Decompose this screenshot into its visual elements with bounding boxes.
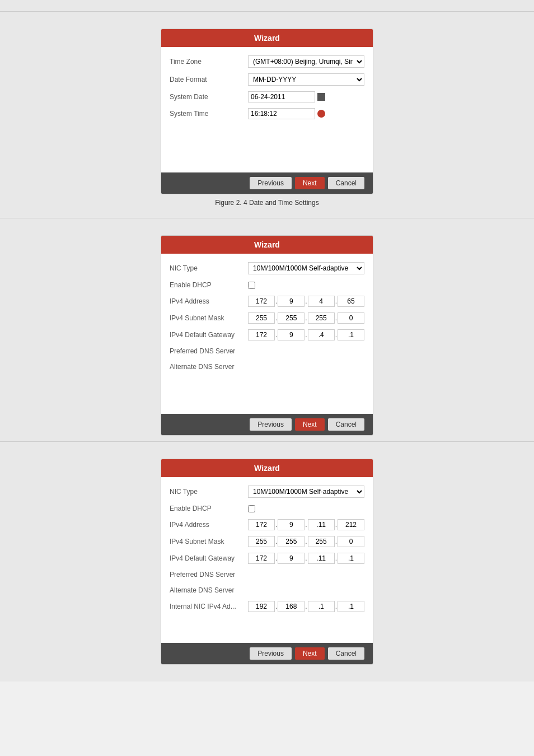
- nic-type-select-2[interactable]: 10M/100M/1000M Self-adaptive: [248, 486, 364, 498]
- calendar-icon[interactable]: [317, 93, 325, 101]
- previous-button-2[interactable]: Previous: [250, 418, 292, 431]
- dhcp-checkbox-1[interactable]: [248, 282, 255, 289]
- subnet2-seg-4[interactable]: [338, 536, 364, 547]
- dhcp-checkbox-2[interactable]: [248, 505, 255, 512]
- subnet-seg-1-1[interactable]: [248, 312, 275, 324]
- nic-type-label-1: NIC Type: [170, 264, 248, 272]
- figure1-caption: Figure 2. 4 Date and Time Settings: [0, 199, 534, 212]
- ipv4-address-row-1: IPv4 Address . . .: [161, 293, 373, 310]
- date-format-label: Date Format: [170, 76, 248, 83]
- subnet2-seg-1[interactable]: [248, 536, 275, 547]
- internal-nic-value: . . .: [248, 601, 364, 612]
- system-time-value: [248, 108, 364, 119]
- cancel-button-2[interactable]: Cancel: [328, 418, 364, 431]
- gateway-label-2: IPv4 Default Gateway: [170, 554, 248, 562]
- date-format-value: MM-DD-YYYY: [248, 73, 364, 86]
- clock-icon[interactable]: [317, 110, 325, 118]
- top-separator: [0, 11, 534, 12]
- cancel-button-3[interactable]: Cancel: [328, 647, 364, 660]
- wizard-network-2-footer: Previous Next Cancel: [161, 643, 373, 664]
- subnet-seg-1-3[interactable]: [308, 312, 335, 324]
- gw2-seg-2[interactable]: [278, 553, 305, 564]
- time-zone-label: Time Zone: [170, 58, 248, 66]
- gw2-seg-3[interactable]: [308, 553, 335, 564]
- internal-seg-3[interactable]: [308, 601, 335, 612]
- previous-button-3[interactable]: Previous: [250, 647, 292, 660]
- next-button-1[interactable]: Next: [295, 177, 325, 189]
- wizard-date-time-header: Wizard: [161, 29, 373, 47]
- preferred-dns-row-2: Preferred DNS Server: [161, 567, 373, 582]
- nic-type-select-1[interactable]: 10M/100M/1000M Self-adaptive: [248, 262, 364, 274]
- ipv4-address-label-1: IPv4 Address: [170, 297, 248, 305]
- date-format-row: Date Format MM-DD-YYYY: [161, 71, 373, 88]
- nic-type-label-2: NIC Type: [170, 488, 248, 496]
- internal-seg-4[interactable]: [338, 601, 364, 612]
- wizard-network-2-body: NIC Type 10M/100M/1000M Self-adaptive En…: [161, 477, 373, 643]
- section-network-2: Wizard NIC Type 10M/100M/1000M Self-adap…: [0, 447, 534, 670]
- internal-seg-2[interactable]: [278, 601, 305, 612]
- next-button-3[interactable]: Next: [295, 647, 325, 660]
- subnet-mask-row-2: IPv4 Subnet Mask . . .: [161, 533, 373, 550]
- ip2-seg-1[interactable]: [248, 519, 275, 530]
- alternate-dns-label-1: Alternate DNS Server: [170, 363, 248, 371]
- system-time-input[interactable]: [248, 108, 315, 119]
- dhcp-row-2: Enable DHCP: [161, 501, 373, 516]
- ip2-seg-4[interactable]: [338, 519, 364, 530]
- wizard-network-1: Wizard NIC Type 10M/100M/1000M Self-adap…: [161, 235, 373, 436]
- subnet-mask-label-2: IPv4 Subnet Mask: [170, 538, 248, 545]
- wizard-network-2-title: Wizard: [254, 464, 280, 473]
- gw-seg-1-1[interactable]: [248, 329, 275, 340]
- nic-type-value-1: 10M/100M/1000M Self-adaptive: [248, 262, 364, 274]
- gw2-seg-1[interactable]: [248, 553, 275, 564]
- wizard-network-2-header: Wizard: [161, 459, 373, 477]
- subnet-mask-value-1: . . .: [248, 312, 364, 324]
- preferred-dns-label-2: Preferred DNS Server: [170, 571, 248, 578]
- dhcp-label-2: Enable DHCP: [170, 505, 248, 512]
- ip2-seg-2[interactable]: [278, 519, 305, 530]
- dhcp-label-1: Enable DHCP: [170, 281, 248, 289]
- ip-seg-1-3[interactable]: [308, 296, 335, 307]
- subnet-seg-1-2[interactable]: [278, 312, 305, 324]
- mid-separator-1: [0, 218, 534, 218]
- ip-seg-1-2[interactable]: [278, 296, 305, 307]
- subnet2-seg-2[interactable]: [278, 536, 305, 547]
- gateway-row-1: IPv4 Default Gateway . . .: [161, 326, 373, 343]
- internal-nic-row: Internal NIC IPv4 Ad... . . .: [161, 598, 373, 615]
- cancel-button-1[interactable]: Cancel: [328, 177, 364, 189]
- wizard-network-1-header: Wizard: [161, 236, 373, 254]
- section-date-time: Wizard Time Zone (GMT+08:00) Beijing, Ur…: [0, 17, 534, 218]
- subnet-mask-row-1: IPv4 Subnet Mask . . .: [161, 310, 373, 326]
- gw-seg-1-3[interactable]: [308, 329, 335, 340]
- system-date-input[interactable]: [248, 91, 315, 102]
- nic-type-row-2: NIC Type 10M/100M/1000M Self-adaptive: [161, 483, 373, 501]
- ip2-seg-3[interactable]: [308, 519, 335, 530]
- internal-nic-label: Internal NIC IPv4 Ad...: [170, 603, 248, 610]
- subnet-mask-label-1: IPv4 Subnet Mask: [170, 314, 248, 322]
- subnet-seg-1-4[interactable]: [338, 312, 364, 324]
- time-zone-select[interactable]: (GMT+08:00) Beijing, Urumqi, Singapore: [248, 55, 364, 68]
- nic-type-value-2: 10M/100M/1000M Self-adaptive: [248, 486, 364, 498]
- preferred-dns-row-1: Preferred DNS Server: [161, 343, 373, 359]
- system-date-row: System Date: [161, 88, 373, 105]
- system-date-label: System Date: [170, 93, 248, 101]
- alternate-dns-row-2: Alternate DNS Server: [161, 582, 373, 598]
- ip-seg-1-4[interactable]: [338, 296, 364, 307]
- previous-button-1[interactable]: Previous: [250, 177, 292, 189]
- preferred-dns-label-1: Preferred DNS Server: [170, 347, 248, 355]
- alternate-dns-row-1: Alternate DNS Server: [161, 359, 373, 375]
- subnet2-seg-3[interactable]: [308, 536, 335, 547]
- gateway-label-1: IPv4 Default Gateway: [170, 331, 248, 339]
- alternate-dns-label-2: Alternate DNS Server: [170, 586, 248, 594]
- gw-seg-1-2[interactable]: [278, 329, 305, 340]
- time-zone-row: Time Zone (GMT+08:00) Beijing, Urumqi, S…: [161, 53, 373, 71]
- date-format-select[interactable]: MM-DD-YYYY: [248, 73, 364, 86]
- ip-seg-1-1[interactable]: [248, 296, 275, 307]
- wizard-date-time: Wizard Time Zone (GMT+08:00) Beijing, Ur…: [161, 29, 373, 194]
- gw-seg-1-4[interactable]: [338, 329, 364, 340]
- internal-seg-1[interactable]: [248, 601, 275, 612]
- next-button-2[interactable]: Next: [295, 418, 325, 431]
- gateway-value-1: . . .: [248, 329, 364, 340]
- nic-type-row-1: NIC Type 10M/100M/1000M Self-adaptive: [161, 259, 373, 277]
- gw2-seg-4[interactable]: [338, 553, 364, 564]
- wizard-network-1-footer: Previous Next Cancel: [161, 414, 373, 435]
